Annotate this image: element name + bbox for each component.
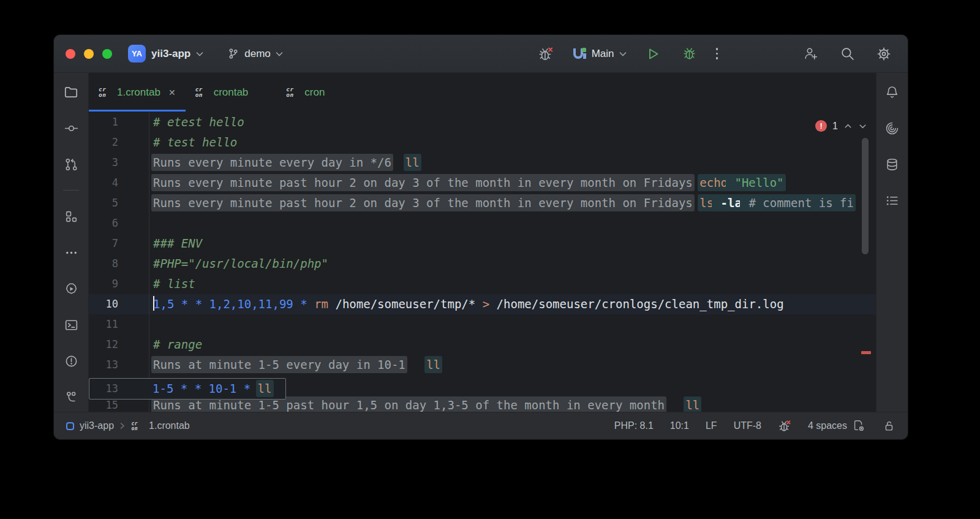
code-token: ll — [426, 358, 440, 371]
code-token — [693, 176, 699, 189]
code-token: Runs every minute past hour 2 on day 3 o… — [153, 196, 693, 210]
code-token: # etest hello — [153, 115, 244, 129]
breadcrumb-file[interactable]: 1.crontab — [149, 420, 190, 431]
close-window-button[interactable] — [66, 49, 75, 59]
editor-line[interactable]: 5Runs every minute past hour 2 on day 3 … — [89, 193, 876, 213]
file-settings-icon[interactable] — [852, 419, 865, 433]
services-tool-window-button[interactable] — [61, 278, 81, 299]
run-config-icon — [572, 47, 587, 61]
next-error-icon[interactable] — [858, 123, 867, 130]
line-number: 8 — [89, 254, 149, 274]
line-code: ### ENV — [149, 233, 876, 254]
settings-gear-icon[interactable] — [873, 44, 894, 64]
problems-tool-window-button[interactable] — [61, 350, 81, 371]
chevron-down-icon — [276, 51, 283, 56]
code-token: # list — [153, 277, 195, 290]
tab-label: crontab — [214, 86, 249, 99]
editor-line[interactable]: 11 — [89, 314, 876, 335]
minimize-window-button[interactable] — [84, 49, 94, 59]
debug-button[interactable] — [679, 44, 700, 64]
code-token — [693, 196, 699, 210]
terminal-tool-window-button[interactable] — [61, 314, 81, 335]
editor-tab[interactable]: cron1.crontab✕ — [89, 73, 186, 112]
more-actions-icon[interactable] — [716, 48, 718, 59]
line-number: 11 — [89, 314, 149, 335]
branch-name: demo — [244, 48, 271, 60]
ide-window: YA yii3-app demo — [54, 35, 908, 439]
encoding-widget[interactable]: UTF-8 — [734, 420, 761, 431]
code-token: echo — [699, 176, 728, 189]
close-tab-icon[interactable]: ✕ — [168, 88, 176, 97]
tab-label: cron — [304, 86, 325, 99]
run-config-name: Main — [592, 48, 614, 60]
zoom-window-button[interactable] — [102, 49, 112, 59]
editor-line[interactable]: 1# etest hello — [89, 112, 876, 132]
editor-line[interactable]: 3Runs every minute every day in */6 ll — [89, 153, 876, 173]
structure-tool-window-button[interactable] — [61, 206, 81, 227]
commit-tool-window-button[interactable] — [61, 118, 81, 138]
editor[interactable]: 1# etest hello2# test hello3Runs every m… — [89, 112, 876, 412]
todo-list-icon[interactable] — [882, 190, 903, 211]
editor-tab[interactable]: croncrontab — [186, 73, 277, 112]
line-separator-widget[interactable]: LF — [706, 420, 717, 431]
lock-icon[interactable] — [882, 419, 895, 433]
code-token: -la — [721, 196, 742, 210]
line-code: # test hello — [149, 132, 876, 153]
line-code — [149, 314, 876, 335]
breadcrumb-project[interactable]: yii3-app — [80, 420, 114, 431]
code-token: ### ENV — [153, 237, 202, 250]
line-code: #PHP="/usr/local/bin/php" — [149, 254, 876, 274]
php-version-widget[interactable]: PHP: 8.1 — [614, 420, 654, 431]
editor-line[interactable]: 7### ENV — [89, 233, 876, 254]
run-button[interactable] — [643, 44, 663, 64]
line-code — [149, 213, 876, 233]
more-tool-windows-icon[interactable] — [61, 242, 81, 263]
error-count: 1 — [832, 116, 838, 136]
code-token — [391, 156, 405, 169]
error-stripe-mark[interactable] — [861, 351, 871, 354]
popup-line-number: 13 — [89, 379, 149, 399]
code-token: Runs at minute 1-5 past hour 1,5 on day … — [153, 398, 665, 412]
code-token: > — [483, 297, 489, 311]
editor-scrollbar[interactable] — [862, 138, 869, 254]
crontab-file-icon: cron — [99, 86, 111, 99]
prev-error-icon[interactable] — [843, 123, 853, 130]
code-token: ll — [258, 382, 272, 395]
line-number: 3 — [89, 153, 149, 173]
debugger-disconnected-icon[interactable] — [535, 44, 556, 64]
vcs-branch-widget[interactable]: demo — [227, 47, 283, 60]
editor-tab[interactable]: croncron — [276, 73, 353, 112]
code-with-me-icon[interactable] — [800, 44, 821, 64]
code-token: ls — [699, 196, 714, 210]
editor-line[interactable]: 12# range — [89, 335, 876, 355]
editor-line[interactable]: 6 — [89, 213, 876, 233]
error-badge[interactable]: ! — [815, 120, 827, 132]
editor-line[interactable]: 4Runs every minute past hour 2 on day 3 … — [89, 173, 876, 193]
search-everywhere-icon[interactable] — [837, 44, 858, 64]
ai-assistant-icon[interactable] — [882, 118, 903, 138]
editor-line[interactable]: 101,5 * * 1,2,10,11,99 * rm /home/someus… — [89, 294, 876, 314]
git-tool-window-button[interactable] — [61, 387, 81, 407]
line-code: 1,5 * * 1,2,10,11,99 * rm /home/someuser… — [149, 294, 876, 314]
line-number: 7 — [89, 233, 149, 254]
indent-widget[interactable]: 4 spaces — [808, 420, 847, 431]
editor-line[interactable]: 13Runs at minute 1-5 every day in 10-1 l… — [89, 355, 876, 375]
status-bar: yii3-app cron 1.crontab PHP: 8.1 10:1 LF… — [54, 412, 908, 439]
popup-line-code: 1-5 * * 10-1 * ll — [149, 379, 285, 399]
database-tool-window-button[interactable] — [882, 154, 903, 175]
line-number: 10 — [89, 294, 149, 314]
project-widget[interactable]: YA yii3-app — [128, 45, 203, 63]
code-token: 1,5 * * 1,2,10,11,99 * — [153, 297, 307, 311]
vcs-update-icon[interactable] — [61, 154, 81, 175]
line-code: Runs every minute past hour 2 on day 3 o… — [149, 193, 876, 213]
code-token — [728, 176, 734, 189]
editor-line[interactable]: 8#PHP="/usr/local/bin/php" — [89, 254, 876, 274]
line-number: 6 — [89, 213, 149, 233]
editor-line[interactable]: 2# test hello — [89, 132, 876, 153]
editor-line[interactable]: 9# list — [89, 274, 876, 294]
notifications-bell-icon[interactable] — [882, 81, 903, 102]
caret-position-widget[interactable]: 10:1 — [670, 420, 689, 431]
run-configuration-selector[interactable]: Main — [572, 47, 627, 61]
debugger-disconnected-icon[interactable] — [778, 419, 791, 433]
project-tool-window-button[interactable] — [61, 81, 81, 102]
